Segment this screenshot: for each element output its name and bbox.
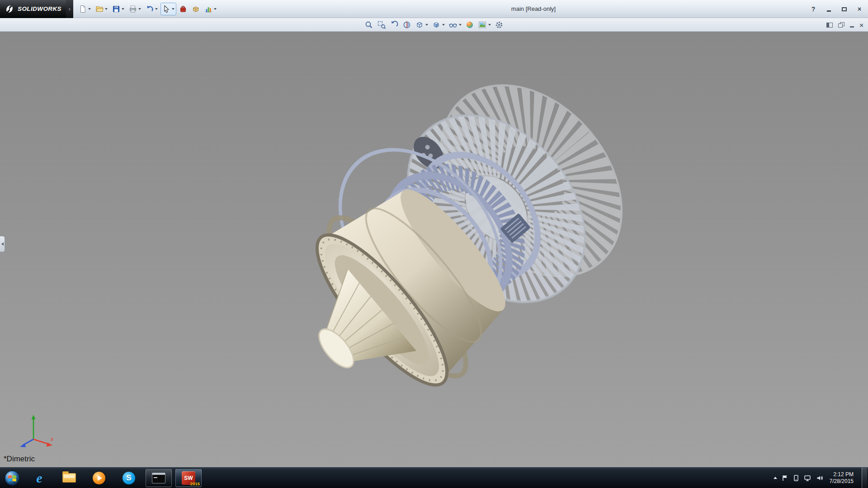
skype-icon: S	[123, 472, 135, 484]
zoom-area-button[interactable]	[376, 19, 387, 30]
file-properties-icon	[192, 5, 200, 13]
dropdown-caret-icon	[138, 8, 141, 10]
taskbar: e S SW 2015	[0, 467, 868, 488]
view-triad[interactable]: x	[11, 412, 56, 453]
clock-time: 2:12 PM	[830, 471, 854, 478]
document-window-controls: ×	[826, 18, 863, 32]
command-prompt-icon	[152, 473, 165, 483]
hide-show-items-icon	[448, 20, 458, 29]
taskbar-item-skype[interactable]: S	[116, 469, 142, 487]
view-settings-button[interactable]	[494, 19, 505, 30]
minimize-icon[interactable]	[850, 26, 854, 28]
device-icon[interactable]	[793, 474, 799, 482]
maximize-button[interactable]	[840, 5, 848, 13]
heads-up-toolbar	[363, 18, 505, 32]
new-document-button[interactable]	[77, 3, 93, 15]
taskbar-item-solidworks[interactable]: SW 2015	[175, 469, 202, 487]
start-button[interactable]	[0, 468, 24, 488]
media-player-icon	[93, 472, 105, 484]
edit-appearance-button[interactable]	[464, 19, 475, 30]
minimize-button[interactable]	[825, 5, 833, 13]
taskbar-item-media-player[interactable]	[86, 469, 112, 487]
display-style-button[interactable]	[431, 19, 446, 30]
action-center-flag-icon[interactable]	[782, 474, 788, 482]
taskbar-item-command-prompt[interactable]	[146, 469, 172, 487]
toolbox-icon	[179, 5, 187, 13]
dropdown-caret-icon	[459, 24, 462, 26]
clock-date: 7/28/2015	[830, 478, 854, 485]
menu-expand-chevron-icon[interactable]	[66, 0, 73, 18]
undo-button[interactable]	[144, 3, 160, 15]
save-button[interactable]	[110, 3, 126, 15]
triad-x-axis	[33, 439, 49, 444]
save-icon	[112, 5, 120, 13]
edit-appearance-icon	[465, 20, 474, 29]
restore-icon[interactable]	[838, 22, 844, 28]
show-desktop-button[interactable]	[862, 468, 867, 488]
dropdown-caret-icon	[214, 8, 217, 10]
options-button[interactable]	[203, 3, 218, 15]
section-view-button[interactable]	[401, 19, 412, 30]
titlebar: SOLIDWORKS	[0, 0, 868, 18]
help-button[interactable]: ?	[809, 5, 817, 13]
minimize-icon	[827, 10, 831, 12]
network-icon[interactable]	[804, 474, 811, 482]
file-properties-button[interactable]	[190, 3, 202, 15]
select-cursor-icon	[162, 5, 170, 13]
triad-x-label: x	[50, 436, 54, 442]
dropdown-caret-icon	[442, 24, 445, 26]
triad-y-arrow-icon	[32, 415, 36, 419]
view-orientation-button[interactable]	[414, 19, 429, 30]
dropdown-caret-icon	[425, 24, 428, 26]
maximize-icon	[842, 7, 847, 11]
toolbox-button[interactable]	[177, 3, 189, 15]
dropdown-caret-icon	[155, 8, 158, 10]
solidworks-logo[interactable]: SOLIDWORKS	[0, 0, 66, 18]
window-title: main [Read-only]	[253, 5, 814, 12]
print-button[interactable]	[127, 3, 143, 15]
previous-view-button[interactable]	[389, 19, 400, 30]
dropdown-caret-icon	[105, 8, 108, 10]
print-icon	[129, 5, 137, 13]
zoom-fit-button[interactable]	[363, 19, 374, 30]
open-icon	[95, 5, 104, 13]
close-icon[interactable]: ×	[859, 22, 863, 28]
apply-scene-icon	[478, 20, 487, 29]
standard-toolbar	[77, 3, 218, 15]
apply-scene-button[interactable]	[477, 19, 492, 30]
taskbar-item-internet-explorer[interactable]: e	[26, 469, 52, 487]
display-style-icon	[432, 20, 441, 29]
view-orientation-icon	[415, 20, 424, 29]
undo-icon	[146, 5, 154, 13]
taskbar-clock[interactable]: 2:12 PM 7/28/2015	[828, 471, 855, 485]
dropdown-caret-icon	[88, 8, 91, 10]
internet-explorer-icon: e	[36, 471, 42, 485]
options-chart-icon	[204, 5, 212, 13]
previous-view-icon	[390, 20, 399, 29]
dropdown-caret-icon	[488, 24, 491, 26]
solidworks-logo-icon	[5, 4, 14, 14]
zoom-fit-icon	[364, 20, 373, 29]
graphics-area[interactable]: x *Dimetric	[0, 32, 868, 467]
jet-engine-model	[0, 32, 868, 467]
dropdown-caret-icon	[172, 8, 175, 10]
system-tray: 2:12 PM 7/28/2015	[774, 468, 868, 488]
volume-icon[interactable]	[816, 474, 823, 482]
open-button[interactable]	[94, 3, 109, 15]
view-orientation-label: *Dimetric	[4, 455, 35, 464]
panel-collapse-tab[interactable]	[0, 236, 5, 252]
folder-icon	[62, 473, 76, 483]
new-document-icon	[79, 5, 87, 13]
zoom-area-icon	[377, 20, 386, 29]
brand-text: SOLIDWORKS	[18, 5, 61, 12]
section-view-icon	[402, 20, 411, 29]
select-tool-button[interactable]	[160, 3, 176, 15]
taskbar-item-file-explorer[interactable]	[56, 469, 82, 487]
window-controls: ? ×	[809, 0, 863, 18]
hide-show-items-button[interactable]	[448, 19, 462, 30]
heads-up-bar: ×	[0, 18, 868, 32]
close-button[interactable]: ×	[855, 5, 863, 13]
show-hidden-icons-chevron-icon[interactable]	[774, 477, 777, 479]
dropdown-caret-icon	[122, 8, 124, 10]
dock-pane-icon[interactable]	[826, 23, 833, 28]
